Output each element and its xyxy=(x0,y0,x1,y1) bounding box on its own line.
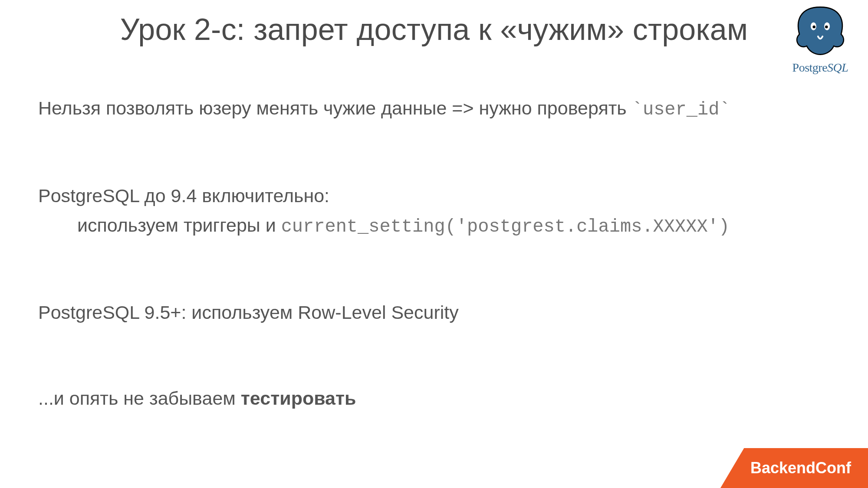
slide: Урок 2-c: запрет доступа к «чужим» строк… xyxy=(0,0,868,488)
wordmark-sql: SQL xyxy=(827,61,848,74)
p2-line2: используем триггеры и current_setting('p… xyxy=(38,213,828,239)
conference-badge: BackendConf xyxy=(720,448,868,488)
slide-title: Урок 2-c: запрет доступа к «чужим» строк… xyxy=(0,12,868,47)
paragraph-4: ...и опять не забываем тестировать xyxy=(38,386,828,411)
p4-bold: тестировать xyxy=(241,388,356,409)
paragraph-2: PostgreSQL до 9.4 включительно: использу… xyxy=(38,183,828,239)
svg-point-3 xyxy=(825,26,828,29)
conference-badge-label: BackendConf xyxy=(750,459,851,477)
paragraph-3: PostgreSQL 9.5+: используем Row-Level Se… xyxy=(38,300,828,325)
p2-line2-code: current_setting('postgrest.claims.XXXXX'… xyxy=(281,216,730,237)
p1-text: Нельзя позволять юзеру менять чужие данн… xyxy=(38,98,632,118)
p1-code: `user_id` xyxy=(632,99,730,120)
postgresql-wordmark: PostgreSQL xyxy=(781,61,859,75)
postgresql-elephant-icon xyxy=(792,3,848,59)
p2-line1: PostgreSQL до 9.4 включительно: xyxy=(38,185,329,206)
p3-text: PostgreSQL 9.5+: используем Row-Level Se… xyxy=(38,302,459,323)
slide-body: Нельзя позволять юзеру менять чужие данн… xyxy=(38,95,828,411)
postgresql-logo: PostgreSQL xyxy=(781,3,859,75)
paragraph-1: Нельзя позволять юзеру менять чужие данн… xyxy=(38,95,828,122)
p2-line2-text: используем триггеры и xyxy=(77,215,281,236)
p4-text: ...и опять не забываем xyxy=(38,388,241,409)
wordmark-postgre: Postgre xyxy=(792,61,828,74)
svg-point-2 xyxy=(812,26,815,29)
